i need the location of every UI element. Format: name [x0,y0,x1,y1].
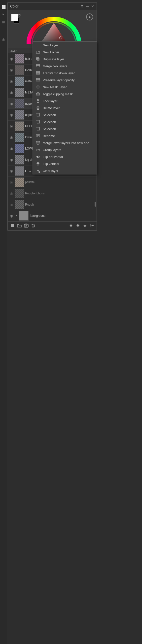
layer-visibility-toggle[interactable]: ◉ [9,202,14,206]
menu-item-transfer-down[interactable]: Transfer to down layer [33,70,97,76]
selection-add-icon [36,120,40,124]
menu-item-toggle-clip[interactable]: Toggle clipping mask [33,90,97,98]
svg-point-53 [26,225,27,227]
layer-visibility-toggle[interactable]: ◉ [9,158,14,162]
selection-sub-extra: - [93,127,94,130]
layer-visibility-toggle[interactable]: ◉ [9,192,14,196]
layer-visibility-toggle[interactable]: ◉ [9,169,14,173]
layer-row[interactable]: ◉ Rough [8,199,97,210]
layer-thumbnail [15,99,24,108]
menu-item-selection-sub[interactable]: Selection - [33,125,97,132]
foreground-swatch[interactable] [11,14,18,21]
preserve-opacity-icon [36,78,40,82]
transfer-button[interactable] [82,223,88,229]
tool-icon-2[interactable]: ✂ [2,12,5,16]
duplicate-layer-icon [36,57,40,61]
gear-icon[interactable]: ⚙ [80,4,84,8]
scrollbar-indicator[interactable] [95,202,96,206]
layer-name: Rough [25,203,95,206]
color-wheel-svg[interactable] [27,13,81,45]
svg-point-25 [38,102,38,102]
layer-thumbnail [15,155,24,164]
svg-rect-30 [36,114,39,116]
panel-title: Color [10,4,18,8]
panel-controls: ⚙ — ✕ [80,4,94,8]
merge-two-label: Merge two layers [43,64,94,68]
selection-sub-icon [36,126,40,131]
flip-vertical-label: Flip vertical [43,162,94,166]
menu-item-lock-layer[interactable]: Lock layer [33,98,97,104]
new-layer-button[interactable] [10,223,15,229]
tool-icon-1[interactable]: ⬜ [1,5,6,9]
svg-rect-61 [77,224,78,225]
menu-item-rename[interactable]: Rename [33,132,97,139]
menu-item-merge-two[interactable]: Merge two layers [33,62,97,70]
preview-button[interactable]: ▶ [86,14,93,20]
layer-visibility-toggle[interactable]: ◉ [9,146,14,150]
layer-thumbnail [15,166,24,176]
tool-icon-3[interactable]: ⊞ [2,20,5,24]
layer-visibility-toggle[interactable]: ◉ [9,79,14,83]
svg-marker-43 [38,156,39,158]
menu-item-new-folder[interactable]: New Folder [33,48,97,56]
menu-item-clear-layer[interactable]: Clear layer [33,167,97,174]
menu-item-selection[interactable]: Selection [33,112,97,118]
menu-item-flip-vertical[interactable]: Flip vertical [33,160,97,167]
menu-item-preserve-opacity[interactable]: Preserve layer opacity [33,76,97,84]
close-icon[interactable]: ✕ [91,4,94,8]
svg-marker-45 [37,162,39,164]
new-mask-icon [36,85,40,89]
menu-item-merge-lower[interactable]: Merge lower layers into new one [33,139,97,146]
layer-visibility-toggle[interactable]: ◉ [9,90,14,94]
svg-rect-50 [11,225,14,226]
layer-visibility-toggle[interactable]: ◉ [9,124,14,128]
menu-item-delete-layer[interactable]: Delete layer [33,104,97,112]
svg-rect-22 [36,94,40,95]
svg-rect-36 [36,141,40,142]
menu-item-new-layer[interactable]: New Layer [33,42,97,48]
selection-add-extra: + [92,120,94,124]
layer-row[interactable]: ◉ ✓ Background [8,210,97,222]
menu-item-duplicate-layer[interactable]: Duplicate layer [33,56,97,62]
svg-marker-60 [76,225,79,227]
tool-icon-4[interactable]: ◉ [2,38,5,41]
clear-layer-label: Clear layer [43,169,94,173]
rename-label: Rename [43,134,94,138]
menu-item-selection-add[interactable]: Selection + [33,118,97,125]
svg-marker-46 [37,164,39,165]
layer-name: Rough-ribbons [25,192,95,195]
layer-name: pallette [25,180,95,184]
layer-row[interactable]: ◉ Rough-ribbons [8,188,97,199]
layer-thumbnail [15,88,24,97]
color-wheel[interactable] [27,13,81,45]
menu-item-flip-horizontal[interactable]: Flip horizontal [33,153,97,160]
layer-visibility-toggle[interactable]: ◉ [9,135,14,139]
menu-item-group-layers[interactable]: Group layers [33,146,97,153]
svg-rect-49 [11,226,14,227]
layer-visibility-toggle[interactable]: ◉ [9,113,14,117]
delete-layer-button[interactable] [31,223,36,229]
layer-visibility-toggle[interactable]: ◉ [9,180,14,184]
selection-add-label: Selection [43,120,90,124]
layer-thumbnail [15,65,24,75]
settings-button[interactable] [89,223,95,229]
layer-visibility-toggle[interactable]: ◉ [9,102,14,106]
snapshot-button[interactable] [24,223,29,229]
svg-rect-59 [71,226,71,227]
new-folder-button[interactable] [17,223,22,229]
rename-icon [36,134,40,138]
move-up-button[interactable] [68,223,74,229]
delete-layer-label: Delete layer [43,106,94,110]
svg-rect-18 [36,78,40,80]
menu-item-new-mask[interactable]: New Mask Layer [33,84,97,90]
layer-visibility-toggle[interactable]: ◉ [9,214,14,218]
new-mask-label: New Mask Layer [43,85,94,89]
flip-vertical-icon [36,162,40,166]
layer-row[interactable]: ◉ pallette [8,177,97,188]
merge-lower-icon [36,140,40,145]
layer-visibility-toggle[interactable]: ◉ [9,68,14,72]
layer-visibility-toggle[interactable]: ◉ [9,57,14,61]
minimize-icon[interactable]: — [86,4,89,8]
preserve-opacity-label: Preserve layer opacity [43,78,94,82]
move-down-button[interactable] [75,223,81,229]
